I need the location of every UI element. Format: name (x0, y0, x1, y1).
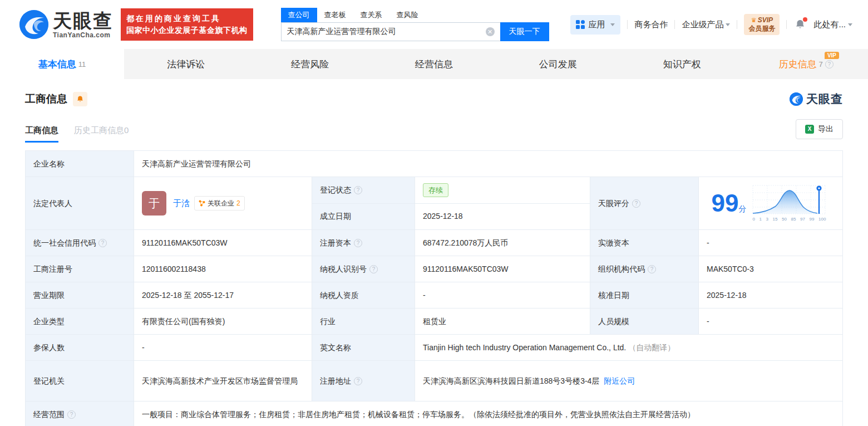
table-row: 经营范围? 一般项目：商业综合体管理服务；住房租赁；非居住房地产租赁；机械设备租… (26, 401, 842, 426)
english-name-value: Tianjin High tech Industry Operation Man… (415, 335, 839, 360)
field-label: 工商注册号 (26, 256, 134, 282)
reg-number-value: 120116002118438 (134, 256, 312, 282)
tab-count: 7 (818, 60, 822, 68)
taxpayer-quality-value: - (415, 282, 590, 308)
tab-intellectual-property[interactable]: 知识产权 (620, 49, 744, 79)
apps-label: 应用 (588, 19, 605, 30)
table-row: 企业类型 有限责任公司(国有独资) 行业 租赁业 人员规模 - (26, 309, 842, 335)
staff-size-value: - (699, 309, 839, 334)
watermark-text: 天眼查 (806, 91, 843, 107)
field-label: 经营范围? (26, 401, 134, 426)
help-icon[interactable]: ? (354, 186, 362, 194)
chevron-down-icon (610, 23, 615, 26)
apps-grid-icon (576, 20, 585, 29)
tab-business-info[interactable]: 经营信息 (372, 49, 496, 79)
network-icon (199, 200, 205, 207)
field-label: 纳税人识别号? (312, 256, 415, 282)
score-distribution-chart: 01 315 5085 9799 100 (752, 184, 826, 223)
tab-company-development[interactable]: 公司发展 (496, 49, 620, 79)
help-icon[interactable]: ? (369, 265, 378, 273)
tab-legal-litigation[interactable]: 法律诉讼 (124, 49, 248, 79)
approval-date-value: 2025-12-18 (699, 282, 839, 308)
search-button[interactable]: 天眼一下 (500, 22, 549, 41)
reg-status-cell: 存续 (415, 177, 590, 203)
apps-menu-button[interactable]: 应用 (570, 15, 620, 35)
tab-history-info[interactable]: VIP 历史信息 7 ? (744, 49, 868, 79)
header-right-nav: 应用 商务合作 企业级产品 ♛SVIP 会员服务 此处有... (570, 14, 852, 35)
search-tab-boss[interactable]: 查老板 (317, 8, 353, 22)
industry-value: 租赁业 (415, 309, 590, 334)
subtab-history-business-info[interactable]: 历史工商信息0 (74, 125, 129, 143)
help-icon[interactable]: ? (67, 410, 76, 419)
registry-value: 天津滨海高新技术产业开发区市场监督管理局 (134, 361, 312, 401)
field-label: 核准日期 (590, 282, 699, 308)
slogan-line2: 国家中小企业发展子基金旗下机构 (126, 25, 248, 36)
table-row: 企业名称 天津高新产业运营管理有限公司 (26, 151, 842, 177)
credit-code-value: 91120116MAK50TC03W (134, 230, 312, 256)
notification-dot (803, 17, 807, 22)
tab-count: 11 (78, 60, 86, 68)
field-label: 组织机构代码? (590, 256, 699, 282)
tianyancha-logo[interactable]: 天眼查 TianYanCha.com (19, 10, 113, 39)
user-menu[interactable]: 此处有... (813, 19, 852, 30)
logo-domain-text: TianYanCha.com (53, 32, 113, 38)
clear-search-icon[interactable]: ✕ (486, 27, 495, 36)
svip-member-button[interactable]: ♛SVIP 会员服务 (744, 14, 780, 35)
business-info-table: 企业名称 天津高新产业运营管理有限公司 法定代表人 于 于浛 关联企业 2 (25, 150, 843, 426)
address-value: 天津滨海高新区滨海科技园日新道188号3号楼3-4层 附近公司 (415, 361, 839, 401)
search-tab-risk[interactable]: 查风险 (389, 8, 426, 22)
related-companies-badge[interactable]: 关联企业 2 (194, 196, 245, 210)
search-input[interactable] (281, 22, 500, 41)
nav-cooperation[interactable]: 商务合作 (634, 19, 668, 30)
tianyancha-logo-icon (19, 10, 48, 39)
tianyancha-logo-icon (790, 92, 803, 106)
search-tabs: 查公司 查老板 查关系 查风险 (281, 8, 549, 22)
search-tab-company[interactable]: 查公司 (281, 8, 317, 22)
field-label: 统一社会信用代码? (26, 230, 134, 256)
avatar: 于 (142, 191, 166, 216)
divider (737, 20, 737, 29)
search-tab-relation[interactable]: 查关系 (353, 8, 389, 22)
field-label: 登记机关 (26, 361, 134, 401)
company-tabbar: 基本信息 11 法律诉讼 经营风险 经营信息 公司发展 知识产权 VIP 历史信… (0, 49, 868, 79)
reg-capital-value: 687472.210078万人民币 (415, 230, 590, 256)
divider (627, 20, 628, 29)
field-label: 企业类型 (26, 309, 134, 334)
help-icon[interactable]: ? (825, 60, 834, 68)
field-label: 营业期限 (26, 282, 134, 308)
field-label: 天眼评分? (590, 177, 699, 229)
table-row: 登记机关 天津滨海高新技术产业开发区市场监督管理局 注册地址? 天津滨海高新区滨… (26, 361, 842, 401)
notifications-button[interactable] (795, 19, 806, 30)
export-button[interactable]: X 导出 (796, 119, 843, 139)
help-icon[interactable]: ? (648, 265, 656, 273)
field-label: 参保人数 (26, 335, 134, 360)
field-label: 法定代表人 (26, 177, 134, 229)
tab-basic-info[interactable]: 基本信息 11 (0, 49, 124, 79)
help-icon[interactable]: ? (354, 239, 362, 247)
business-term-value: 2025-12-18 至 2055-12-17 (134, 282, 312, 308)
field-label: 登记状态? (312, 177, 415, 203)
subscribe-bell-button[interactable] (73, 92, 87, 106)
search-block: 查公司 查老板 查关系 查风险 ✕ 天眼一下 (281, 8, 549, 41)
logo-brand-text: 天眼查 (53, 11, 113, 30)
table-row: 法定代表人 于 于浛 关联企业 2 登记状态? (26, 177, 842, 230)
help-icon[interactable]: ? (354, 377, 362, 385)
business-scope-value: 一般项目：商业综合体管理服务；住房租赁；非居住房地产租赁；机械设备租赁；停车场服… (134, 401, 839, 426)
field-label: 企业名称 (26, 151, 134, 177)
field-label: 行业 (312, 309, 415, 334)
nav-enterprise-products[interactable]: 企业级产品 (682, 19, 730, 30)
score-cell: 99分 (699, 177, 839, 229)
legal-rep-link[interactable]: 于浛 (173, 197, 190, 210)
subtab-business-info[interactable]: 工商信息 (25, 125, 58, 143)
section-title: 工商信息 (25, 92, 67, 106)
table-row: 统一社会信用代码? 91120116MAK50TC03W 注册资本? 68747… (26, 230, 842, 256)
chevron-down-icon (726, 23, 730, 26)
tab-operating-risk[interactable]: 经营风险 (248, 49, 372, 79)
brand-slogan-banner: 都在用的商业查询工具 国家中小企业发展子基金旗下机构 (121, 8, 253, 41)
score-value: 99分 (712, 191, 747, 216)
nearby-companies-link[interactable]: 附近公司 (604, 375, 635, 387)
bell-icon (76, 95, 84, 103)
help-icon[interactable]: ? (98, 239, 107, 247)
help-icon[interactable]: ? (632, 199, 640, 208)
table-row: 参保人数 - 英文名称 Tianjin High tech Industry O… (26, 335, 842, 361)
